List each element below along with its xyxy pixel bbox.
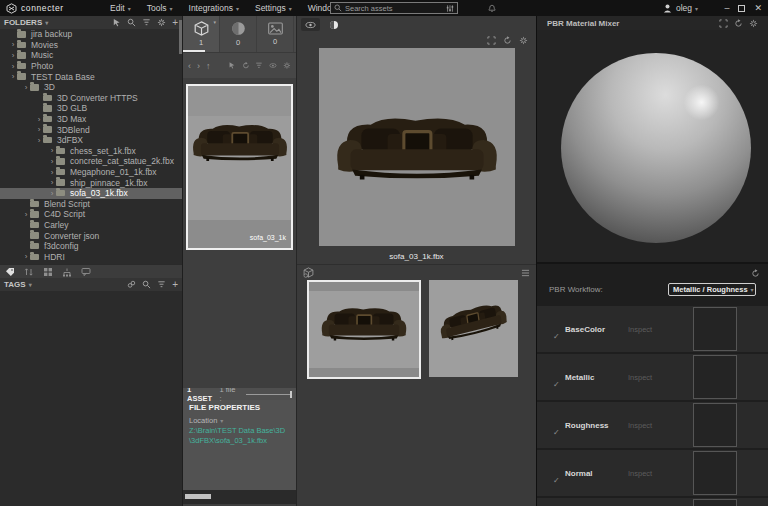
render-thumbnail-angle[interactable] (429, 280, 518, 377)
minimize-button[interactable]: – (724, 3, 729, 13)
tab-preview-eye[interactable] (301, 18, 320, 31)
folder-tree-item[interactable]: 3D Max (0, 114, 182, 125)
filter-icon[interactable] (255, 61, 263, 70)
folder-tree-item[interactable]: HDRI (0, 251, 182, 262)
tag-icon[interactable] (5, 267, 15, 277)
menu-item[interactable]: Settings (255, 3, 292, 13)
check-icon[interactable] (553, 325, 560, 343)
fullscreen-icon[interactable] (719, 19, 728, 28)
expander-icon[interactable] (9, 72, 17, 81)
view-eye-icon[interactable] (269, 61, 277, 70)
folder-tree-item[interactable]: Movies (0, 40, 182, 51)
maximize-button[interactable] (738, 5, 745, 12)
folder-tree-item[interactable]: sofa_03_1k.fbx (0, 188, 182, 199)
tags-title[interactable]: TAGS (4, 280, 32, 289)
folder-tree-item[interactable]: C4D Script (0, 209, 182, 220)
workflow-select[interactable]: Metallic / Roughness (668, 283, 756, 296)
comments-icon[interactable] (81, 267, 91, 277)
sort-icon[interactable] (24, 267, 34, 277)
channel-row[interactable]: BaseColor Inspect (537, 306, 768, 352)
folders-title[interactable]: FOLDERS (4, 18, 48, 27)
channel-texture-swatch[interactable] (693, 499, 737, 506)
inspect-link[interactable]: Inspect (628, 373, 652, 382)
refresh-icon[interactable] (734, 19, 743, 28)
refresh-icon[interactable] (751, 269, 760, 278)
material-preview-viewport[interactable] (537, 30, 768, 262)
expander-icon[interactable] (48, 178, 56, 187)
model-views-icon[interactable] (303, 267, 314, 278)
expander-icon[interactable] (9, 40, 17, 49)
folder-tree-item[interactable]: f3dconfig (0, 241, 182, 252)
folder-tree-item[interactable]: ship_pinnace_1k.fbx (0, 177, 182, 188)
file-path-link[interactable]: Z:\Brain\TEST Data Base\3D (189, 426, 290, 436)
expander-icon[interactable] (22, 252, 30, 261)
menu-item[interactable]: Tools (147, 3, 173, 13)
channel-texture-swatch[interactable] (693, 355, 737, 399)
folder-tree-item[interactable]: jira backup (0, 29, 182, 40)
expander-icon[interactable] (22, 83, 30, 92)
expander-icon[interactable] (48, 189, 56, 198)
inspect-link[interactable]: Inspect (628, 325, 652, 334)
folder-tree-item[interactable]: concrete_cat_statue_2k.fbx (0, 156, 182, 167)
tab-materials[interactable]: 0 (220, 16, 257, 52)
channel-row[interactable]: Metallic Inspect (537, 354, 768, 400)
list-menu-icon[interactable] (521, 269, 530, 277)
render-thumbnail-front[interactable] (307, 280, 421, 379)
folder-tree-item[interactable]: 3D Converter HTTPS (0, 93, 182, 104)
scrollbar-thumb[interactable] (185, 494, 211, 499)
gear-icon[interactable] (283, 61, 291, 70)
check-icon[interactable] (553, 421, 560, 439)
folder-tree-item[interactable]: Converter json (0, 230, 182, 241)
menu-item[interactable]: Edit (110, 3, 131, 13)
folder-tree-item[interactable]: TEST Data Base (0, 71, 182, 82)
expander-icon[interactable] (35, 136, 43, 145)
channel-row-partial[interactable] (537, 498, 768, 506)
channel-row[interactable]: Roughness Inspect (537, 402, 768, 448)
expander-icon[interactable] (35, 125, 43, 134)
inspect-link[interactable]: Inspect (628, 421, 652, 430)
expander-icon[interactable] (22, 210, 30, 219)
model-preview-viewport[interactable] (319, 48, 515, 246)
folder-tree-item[interactable]: 3dFBX (0, 135, 182, 146)
check-icon[interactable] (553, 373, 560, 391)
pointer-icon[interactable] (112, 18, 121, 27)
tab-images[interactable]: 0 (257, 16, 294, 52)
location-toggle[interactable]: Location (189, 416, 290, 426)
folder-tree-item[interactable]: 3D (0, 82, 182, 93)
asset-card-sofa[interactable]: sofa_03_1k (186, 84, 293, 250)
file-path-link[interactable]: \3dFBX\sofa_03_1k.fbx (189, 436, 290, 446)
grid-view-icon[interactable] (43, 267, 53, 277)
folder-tree-item[interactable]: 3DBlend (0, 124, 182, 135)
add-folder-icon[interactable]: + (172, 19, 178, 27)
gear-icon[interactable] (519, 36, 528, 45)
folder-tree-item[interactable]: Photo (0, 61, 182, 72)
expander-icon[interactable] (48, 157, 56, 166)
inspect-link[interactable]: Inspect (628, 469, 652, 478)
forward-icon[interactable]: › (197, 61, 200, 71)
folders-scrollbar[interactable] (179, 20, 182, 54)
expander-icon[interactable] (48, 146, 56, 155)
search-icon[interactable] (127, 18, 136, 27)
folder-tree-item[interactable]: Carley (0, 220, 182, 231)
filter-icon[interactable] (157, 280, 166, 289)
folder-tree-item[interactable]: chess_set_1k.fbx (0, 146, 182, 157)
merge-tags-icon[interactable] (127, 280, 136, 289)
notifications-bell-icon[interactable] (487, 3, 497, 13)
refresh-icon[interactable] (503, 36, 512, 45)
channel-row[interactable]: Normal Inspect (537, 450, 768, 496)
search-icon[interactable] (142, 280, 151, 289)
gear-icon[interactable] (157, 18, 166, 27)
folder-tree-item[interactable]: Blend Script (0, 199, 182, 210)
tab-preview-material[interactable] (324, 18, 343, 31)
search-assets-box[interactable] (330, 2, 458, 14)
expander-icon[interactable] (9, 62, 17, 71)
hierarchy-icon[interactable] (62, 267, 72, 277)
user-menu[interactable]: oleg (663, 0, 698, 16)
folder-tree-item[interactable]: 3D GLB (0, 103, 182, 114)
expander-icon[interactable] (48, 168, 56, 177)
channel-texture-swatch[interactable] (693, 451, 737, 495)
refresh-icon[interactable] (242, 61, 250, 70)
back-icon[interactable]: ‹ (188, 61, 191, 71)
tab-3d-models[interactable]: ▾ 1 (183, 16, 220, 52)
gear-icon[interactable] (749, 19, 758, 28)
